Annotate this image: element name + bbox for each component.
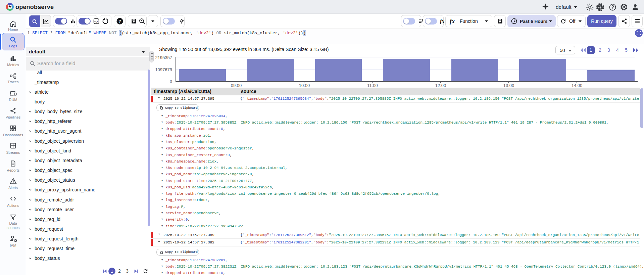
svg-text:SQL: SQL — [94, 20, 98, 22]
svg-text:?: ? — [118, 19, 121, 24]
